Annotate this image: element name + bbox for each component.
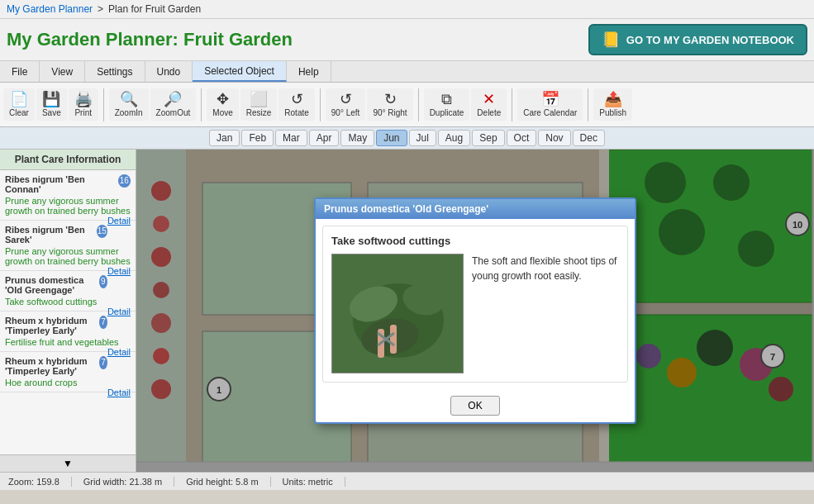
zoom-out-button[interactable]: 🔎 ZoomOut (150, 88, 197, 121)
month-nov[interactable]: Nov (538, 130, 570, 146)
month-apr[interactable]: Apr (309, 130, 340, 146)
breadcrumb-link[interactable]: My Garden Planner (7, 3, 93, 15)
clear-button[interactable]: 📄 Clear (3, 88, 35, 121)
zoom-out-icon: 🔎 (164, 92, 182, 107)
month-jul[interactable]: Jul (409, 130, 436, 146)
toolbar-separator-2 (201, 88, 202, 121)
plant-detail-5[interactable]: Detail (107, 388, 131, 397)
dialog: Prunus domestica 'Old Greengage' Take so… (314, 197, 636, 424)
plant-name-3: Prunus domestica 'Old Greengage' (5, 275, 99, 295)
care-calendar-button[interactable]: 📅 Care Calendar (517, 88, 583, 121)
notebook-button[interactable]: 📒 GO TO MY GARDEN NOTEBOOK (588, 24, 807, 55)
duplicate-label: Duplicate (430, 108, 464, 117)
dialog-header: Prunus domestica 'Old Greengage' (316, 199, 635, 219)
rotate-label: Rotate (284, 108, 308, 117)
zoom-in-label: ZoomIn (115, 108, 143, 117)
toolbar-separator-4 (418, 88, 419, 121)
plant-name-4: Rheum x hybridum 'Timperley Early' (5, 316, 99, 335)
print-label: Print (74, 108, 92, 117)
sidebar-scroll-down[interactable]: ▼ (0, 454, 136, 472)
plant-task-4: Fertilise fruit and vegetables (5, 337, 131, 347)
plant-badge-5: 7 (99, 356, 107, 369)
menu-settings[interactable]: Settings (85, 61, 145, 82)
month-bar: Jan Feb Mar Apr May Jun Jul Aug Sep Oct … (0, 127, 814, 150)
plant-task-1: Prune any vigorous summer growth on trai… (5, 196, 131, 216)
menu-file[interactable]: File (0, 61, 40, 82)
clear-icon: 📄 (10, 92, 28, 107)
plant-card-4: Rheum x hybridum 'Timperley Early' 7 Fer… (0, 311, 136, 352)
rotate-left-icon: ↺ (340, 92, 352, 107)
move-button[interactable]: ✥ Move (207, 88, 238, 121)
rotate-right-button[interactable]: ↻ 90° Right (367, 88, 412, 121)
menu-help[interactable]: Help (287, 61, 331, 82)
status-grid-width: Grid width: 21.38 m (72, 477, 174, 487)
resize-button[interactable]: ⬜ Resize (240, 88, 278, 121)
month-aug[interactable]: Aug (438, 130, 470, 146)
zoom-in-icon: 🔍 (120, 92, 138, 107)
menu-selected-object[interactable]: Selected Object (193, 61, 287, 82)
garden-canvas[interactable]: 10 7 1 Prunus (136, 150, 814, 472)
rotate-right-label: 90° Right (373, 108, 407, 117)
dialog-body: Take softwood cuttings (322, 226, 628, 383)
dialog-description: The soft and flexible shoot tips of youn… (472, 254, 619, 373)
month-may[interactable]: May (340, 130, 374, 146)
cutting-image-svg (332, 254, 464, 373)
move-label: Move (212, 108, 232, 117)
plant-card-1: Ribes nigrum 'Ben Connan' 16 Prune any v… (0, 170, 136, 221)
toolbar-separator-3 (320, 88, 321, 121)
breadcrumb-bar: My Garden Planner > Plan for Fruit Garde… (0, 0, 814, 19)
month-feb[interactable]: Feb (241, 130, 274, 146)
app-name: My Garden Planner: (7, 29, 179, 50)
month-jun[interactable]: Jun (376, 130, 407, 146)
save-button[interactable]: 💾 Save (36, 88, 67, 121)
delete-icon: ✕ (483, 92, 495, 107)
ok-button[interactable]: OK (450, 396, 499, 416)
care-calendar-icon: 📅 (541, 92, 559, 107)
print-icon: 🖨️ (74, 92, 93, 107)
month-sep[interactable]: Sep (472, 130, 504, 146)
dialog-heading: Take softwood cuttings (331, 235, 619, 247)
save-label: Save (42, 108, 61, 117)
plant-detail-1[interactable]: Detail (107, 216, 131, 226)
garden-name: Fruit Garden (183, 29, 293, 50)
rotate-button[interactable]: ↺ Rotate (278, 88, 314, 121)
plant-task-2: Prune any vigorous summer growth on trai… (5, 246, 131, 266)
menu-bar: File View Settings Undo Selected Object … (0, 61, 814, 83)
zoom-in-button[interactable]: 🔍 ZoomIn (109, 88, 149, 121)
month-oct[interactable]: Oct (507, 130, 537, 146)
care-calendar-label: Care Calendar (523, 108, 577, 117)
duplicate-button[interactable]: ⧉ Duplicate (424, 88, 470, 121)
svg-rect-45 (390, 325, 397, 354)
dialog-overlay: Prunus domestica 'Old Greengage' Take so… (136, 150, 814, 472)
rotate-left-button[interactable]: ↺ 90° Left (326, 88, 366, 121)
dialog-content: The soft and flexible shoot tips of youn… (331, 254, 619, 373)
plant-badge-2: 15 (97, 225, 107, 238)
breadcrumb-separator: > (98, 3, 103, 15)
delete-button[interactable]: ✕ Delete (471, 88, 507, 121)
month-jan[interactable]: Jan (209, 130, 240, 146)
menu-view[interactable]: View (40, 61, 85, 82)
plant-detail-3[interactable]: Detail (107, 307, 131, 316)
plant-name-2: Ribes nigrum 'Ben Sarek' (5, 225, 97, 245)
plant-name-1: Ribes nigrum 'Ben Connan' (5, 174, 118, 194)
plant-task-3: Take softwood cuttings (5, 297, 131, 307)
delete-label: Delete (477, 108, 501, 117)
status-bar: Zoom: 159.8 Grid width: 21.38 m Grid hei… (0, 472, 814, 490)
toolbar-separator-1 (103, 88, 104, 121)
plant-detail-4[interactable]: Detail (107, 347, 131, 357)
notebook-icon: 📒 (602, 31, 620, 49)
menu-undo[interactable]: Undo (145, 61, 193, 82)
plant-detail-2[interactable]: Detail (107, 266, 131, 276)
plant-task-5: Hoe around crops (5, 378, 131, 388)
month-dec[interactable]: Dec (573, 130, 605, 146)
resize-icon: ⬜ (250, 92, 268, 107)
publish-label: Publish (599, 108, 626, 117)
plant-badge-4: 7 (99, 316, 107, 329)
zoom-out-label: ZoomOut (156, 108, 191, 117)
month-mar[interactable]: Mar (275, 130, 307, 146)
print-button[interactable]: 🖨️ Print (69, 88, 98, 121)
clear-label: Clear (9, 108, 29, 117)
save-icon: 💾 (42, 92, 60, 107)
publish-button[interactable]: 📤 Publish (593, 88, 632, 121)
status-units: Units: metric (271, 477, 345, 487)
